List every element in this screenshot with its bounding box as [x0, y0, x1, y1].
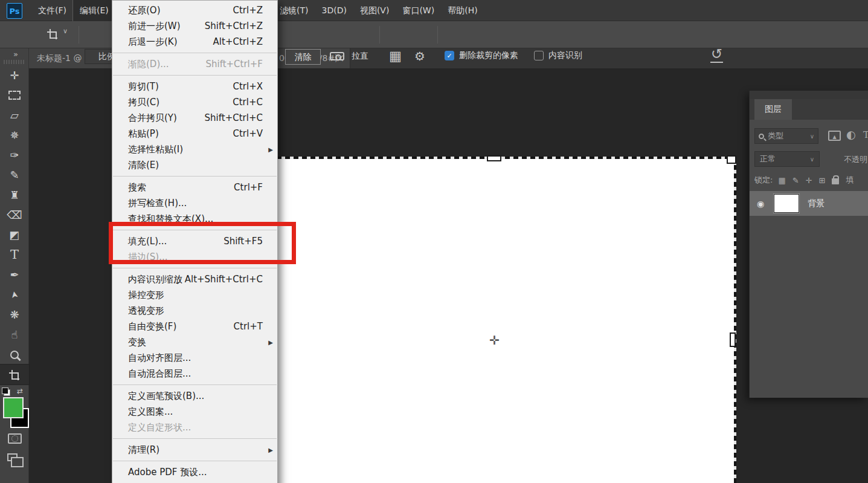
lock-all-icon[interactable]: [832, 178, 839, 184]
filter-adjustment-layers-icon[interactable]: ◐: [846, 128, 856, 141]
reset-icon[interactable]: ↺: [710, 47, 723, 63]
zoom-tool[interactable]: [0, 345, 29, 365]
crop-tool-preset-icon[interactable]: [47, 29, 58, 40]
type-tool[interactable]: T: [0, 245, 29, 265]
menubar-item-help[interactable]: 帮助(H): [441, 0, 484, 21]
menu-item-fade[interactable]: 渐隐(D)... Shift+Ctrl+F: [112, 56, 277, 72]
hand-tool[interactable]: ☝: [0, 325, 29, 345]
foreground-color-swatch[interactable]: [3, 397, 24, 418]
menubar-item-file[interactable]: 文件(F): [31, 0, 73, 21]
filter-image-layers-icon[interactable]: ▲: [828, 131, 841, 141]
tool-icon: ➤: [10, 290, 20, 299]
menu-item-free-transform[interactable]: 自由变换(F) Ctrl+T: [112, 319, 277, 334]
path-selection-tool[interactable]: ➤: [0, 285, 29, 305]
quick-mask-button[interactable]: [8, 433, 22, 444]
eye-icon[interactable]: ◉: [757, 199, 764, 209]
blend-mode-value: 正常: [760, 154, 776, 164]
menubar-right-group: 滤镜(T)3D(D)视图(V)窗口(W)帮助(H): [273, 0, 484, 21]
menu-item-search[interactable]: 搜索 Ctrl+F: [112, 180, 277, 195]
menu-item-define-custom-shape[interactable]: 定义自定形状...: [112, 420, 277, 435]
gear-icon[interactable]: ⚙: [414, 49, 425, 63]
crop-marquee-right: [734, 157, 736, 483]
crop-tool[interactable]: [0, 365, 29, 384]
pen-tool[interactable]: ✒: [0, 265, 29, 285]
overlay-grid-icon[interactable]: ▦: [389, 48, 402, 63]
eraser-tool[interactable]: ⌫: [0, 205, 29, 225]
layers-tab[interactable]: 图层: [754, 99, 792, 120]
menubar-item-3d[interactable]: 3D(D): [315, 0, 353, 21]
brush-tool[interactable]: ✎: [0, 165, 29, 185]
clone-stamp-tool[interactable]: ♜: [0, 185, 29, 205]
menu-item-paste[interactable]: 粘贴(P) Ctrl+V: [112, 126, 277, 141]
submenu-arrow-icon: ▶: [268, 447, 273, 453]
delete-cropped-pixels-checkbox[interactable]: 删除裁剪的像素: [445, 50, 518, 61]
menu-item-define-brush-preset[interactable]: 定义画笔预设(B)...: [112, 388, 277, 404]
crop-handle-top-right[interactable]: [727, 155, 736, 164]
crop-marquee-top: [277, 157, 736, 159]
menu-item-purge[interactable]: 清理(R) ▶: [112, 442, 277, 458]
menubar-item-view[interactable]: 视图(V): [353, 0, 396, 21]
eyedropper-tool[interactable]: ✑: [0, 145, 29, 165]
content-aware-checkbox[interactable]: 内容识别: [534, 50, 582, 61]
clear-button[interactable]: 清除: [285, 49, 321, 65]
default-colors-control[interactable]: ⇄: [4, 387, 25, 397]
menu-item-label: 定义自定形状...: [128, 422, 191, 433]
layer-thumbnail[interactable]: [774, 194, 799, 213]
menu-item-content-aware-scale[interactable]: 内容识别缩放 Alt+Shift+Ctrl+C: [112, 271, 277, 287]
quick-selection-tool[interactable]: ✵: [0, 125, 29, 145]
menu-item-copy-merged[interactable]: 合并拷贝(Y) Shift+Ctrl+C: [112, 110, 277, 126]
menu-item-shortcut: Shift+Ctrl+C: [205, 112, 263, 123]
lock-transparent-pixels-icon[interactable]: ▦: [778, 177, 785, 184]
menubar-item-filter[interactable]: 滤镜(T): [273, 0, 315, 21]
menubar-item-edit[interactable]: 编辑(E): [73, 0, 115, 21]
menu-item-perspective-warp[interactable]: 透视变形: [112, 303, 277, 319]
tool-icon: ✛: [10, 70, 19, 81]
menu-item-auto-blend-layers[interactable]: 自动混合图层...: [112, 366, 277, 381]
lock-artboard-icon[interactable]: ⊞: [819, 177, 826, 184]
blend-mode-dropdown[interactable]: 正常 ∨: [754, 151, 820, 167]
menubar-item-window[interactable]: 窗口(W): [396, 0, 441, 21]
custom-shape-tool[interactable]: ❋: [0, 305, 29, 325]
menu-item-adobe-pdf-presets[interactable]: Adobe PDF 预设...: [112, 464, 277, 480]
straighten-label[interactable]: 拉直: [352, 51, 368, 62]
marquee-tool[interactable]: [0, 85, 29, 105]
screen-mode-button[interactable]: [7, 453, 18, 461]
tool-icon: ♜: [10, 190, 19, 201]
lock-position-icon[interactable]: ✛: [806, 177, 812, 184]
toolbar-grip[interactable]: [4, 60, 25, 64]
menu-item-label: 清除(E): [128, 160, 159, 171]
menu-item-copy[interactable]: 拷贝(C) Ctrl+C: [112, 94, 277, 110]
menu-item-shortcut: Ctrl+X: [233, 81, 263, 92]
move-tool[interactable]: ✛: [0, 65, 29, 85]
menu-item-shortcut: Shift+Ctrl+Z: [205, 21, 263, 31]
lasso-tool[interactable]: ▱: [0, 105, 29, 125]
menu-item-label: 自动混合图层...: [128, 368, 191, 380]
lock-image-pixels-icon[interactable]: ✎: [792, 177, 799, 184]
menu-item-define-pattern[interactable]: 定义图案...: [112, 404, 277, 420]
menu-item-auto-align-layers[interactable]: 自动对齐图层...: [112, 350, 277, 366]
paint-bucket-tool[interactable]: ◩: [0, 225, 29, 245]
menu-item-cut[interactable]: 剪切(T) Ctrl+X: [112, 79, 277, 94]
menu-item-clear[interactable]: 清除(E): [112, 157, 277, 173]
menu-item-puppet-warp[interactable]: 操控变形: [112, 287, 277, 303]
menu-item-undo[interactable]: 还原(O) Ctrl+Z: [112, 2, 277, 18]
crop-handle-top[interactable]: [487, 155, 501, 161]
menu-item-check-spelling[interactable]: 拼写检查(H)...: [112, 195, 277, 211]
menu-item-step-backward[interactable]: 后退一步(K) Alt+Ctrl+Z: [112, 34, 277, 50]
layer-filter-dropdown[interactable]: 类型 ∨: [754, 128, 818, 144]
swap-colors-icon[interactable]: ⇄: [17, 387, 23, 395]
crop-handle-right[interactable]: [730, 332, 736, 347]
filter-type-layers-icon[interactable]: T: [863, 129, 868, 140]
menu-item-step-forward[interactable]: 前进一步(W) Shift+Ctrl+Z: [112, 18, 277, 34]
straighten-icon[interactable]: [330, 52, 344, 60]
menu-item-transform[interactable]: 变换 ▶: [112, 334, 277, 350]
toolbar-collapse-icon[interactable]: »: [13, 50, 18, 59]
chevron-down-icon[interactable]: ∨: [63, 27, 68, 35]
layers-panel: 图层 类型 ∨ ▲ ◐ T 正常 ∨ 不透明 锁定: ▦✎✛⊞ 填: [749, 91, 868, 398]
options-checkbox-group: 删除裁剪的像素 内容识别: [445, 50, 582, 61]
layer-row-background[interactable]: ◉ 背景: [750, 191, 868, 216]
menu-item-paste-special[interactable]: 选择性粘贴(I) ▶: [112, 141, 277, 157]
canvas[interactable]: [277, 158, 736, 483]
menu-item-shortcut: Ctrl+T: [234, 321, 263, 332]
menu-item-label: 后退一步(K): [128, 36, 178, 48]
